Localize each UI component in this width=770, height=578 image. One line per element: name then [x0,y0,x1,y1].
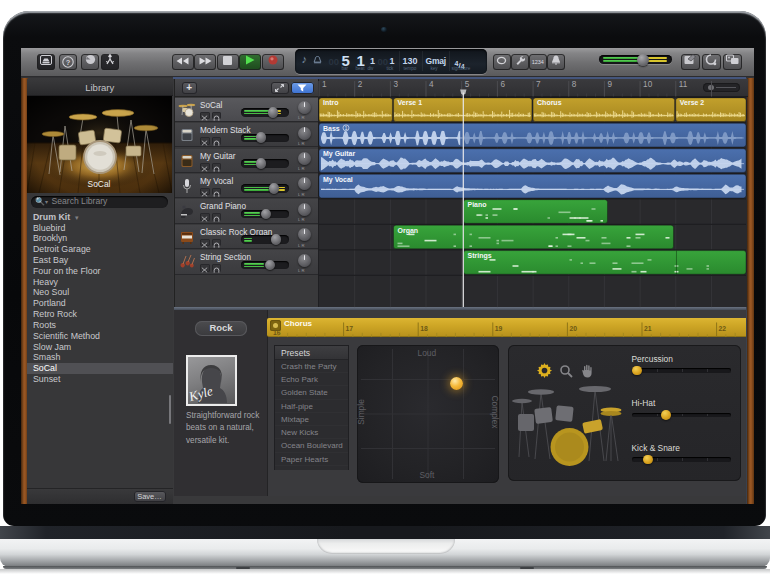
svg-text:?: ? [66,57,71,66]
svg-text:SoCal: SoCal [88,179,111,189]
